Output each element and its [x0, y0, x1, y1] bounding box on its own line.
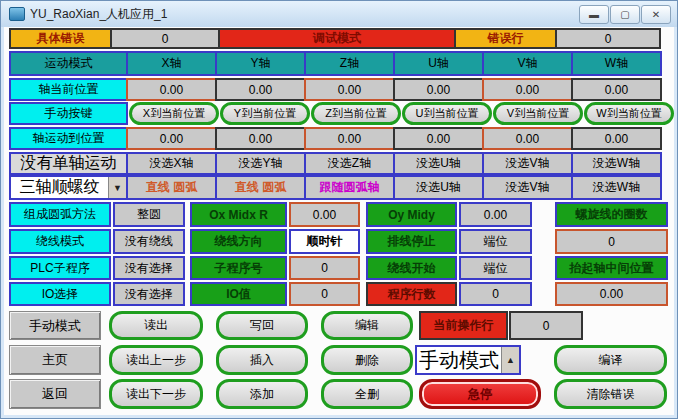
clear-error-button[interactable]: 清除错误 — [554, 379, 667, 409]
action-row-1: 手动模式 读出 写回 编辑 当前操作行 0 — [9, 311, 583, 340]
status-row: 具体错误 0 调试模式 错误行 0 — [9, 28, 661, 49]
goto-current-v-button[interactable]: V到当前位置 — [493, 102, 583, 125]
motion-mode-label: 运动模式 — [9, 51, 128, 76]
move-to-u[interactable]: 0.00 — [393, 127, 484, 150]
compile-button[interactable]: 编译 — [554, 345, 667, 375]
chevron-up-icon[interactable]: ▲ — [501, 347, 519, 373]
lift-axis-mid-label: 抬起轴中间位置 — [555, 256, 668, 280]
axis-header-row: 运动模式 X轴 Y轴 Z轴 U轴 V轴 W轴 — [9, 51, 662, 76]
plc-subroutine-value[interactable]: 没有选择 — [113, 256, 185, 280]
axis-header-x: X轴 — [126, 51, 217, 76]
current-pos-w: 0.00 — [571, 78, 662, 101]
manual-keys-label: 手动按键 — [9, 102, 128, 125]
winding-start-value[interactable]: 端位 — [459, 256, 532, 280]
delete-all-button[interactable]: 全删 — [321, 379, 413, 409]
single-axis-w[interactable]: 没选W轴 — [571, 152, 662, 175]
thread-mode-row: 三轴顺螺纹 ▼ 直线 圆弧 直线 圆弧 跟随圆弧轴 没选U轴 没选V轴 没选W轴 — [9, 175, 662, 200]
goto-current-w-button[interactable]: W到当前位置 — [584, 102, 674, 125]
traverse-stop-value[interactable]: 端位 — [459, 229, 532, 254]
goto-current-z-button[interactable]: Z到当前位置 — [311, 102, 401, 125]
ox-midx-r-value[interactable]: 0.00 — [289, 202, 360, 227]
action-row-3: 返回 读出下一步 添加 全删 急停 清除错误 — [9, 379, 667, 409]
debug-mode-banner: 调试模式 — [218, 28, 456, 49]
write-back-button[interactable]: 写回 — [216, 311, 308, 340]
operation-mode-selected: 手动模式 — [417, 347, 501, 374]
axis-header-z: Z轴 — [304, 51, 395, 76]
axis-header-w: W轴 — [571, 51, 662, 76]
insert-button[interactable]: 插入 — [216, 345, 308, 375]
io-select-value[interactable]: 没有选择 — [113, 282, 185, 306]
read-prev-button[interactable]: 读出上一步 — [109, 345, 203, 375]
winding-direction-value[interactable]: 顺时针 — [289, 229, 360, 254]
single-axis-u[interactable]: 没选U轴 — [393, 152, 484, 175]
move-to-v[interactable]: 0.00 — [482, 127, 573, 150]
spiral-turns-label: 螺旋线的圈数 — [555, 202, 668, 227]
move-to-y[interactable]: 0.00 — [215, 127, 306, 150]
window-title: YU_RaoXian_人机应用_1 — [30, 6, 167, 23]
single-axis-v[interactable]: 没选V轴 — [482, 152, 573, 175]
current-position-row: 轴当前位置 0.00 0.00 0.00 0.00 0.00 0.00 — [9, 78, 662, 101]
plc-row: PLC子程序 没有选择 子程序号 0 绕线开始 端位 抬起轴中间位置 — [9, 256, 668, 280]
maximize-icon[interactable]: ▢ — [610, 5, 640, 24]
error-line-value: 0 — [555, 28, 661, 49]
error-detail-value: 0 — [110, 28, 220, 49]
read-button[interactable]: 读出 — [109, 311, 203, 340]
manual-mode-button[interactable]: 手动模式 — [9, 311, 101, 340]
current-pos-v: 0.00 — [482, 78, 573, 101]
current-op-line-value: 0 — [509, 311, 583, 340]
subroutine-number-value[interactable]: 0 — [289, 256, 360, 280]
emergency-stop-button[interactable]: 急停 — [419, 379, 541, 409]
single-axis-x[interactable]: 没选X轴 — [126, 152, 217, 175]
chevron-down-icon[interactable]: ▼ — [108, 177, 126, 198]
plc-subroutine-label: PLC子程序 — [9, 256, 111, 280]
minimize-icon[interactable]: ▬ — [579, 5, 609, 24]
current-pos-x: 0.00 — [126, 78, 217, 101]
traverse-stop-label: 排线停止 — [366, 229, 457, 254]
action-row-2: 主页 读出上一步 插入 删除 手动模式 ▲ 编译 — [9, 345, 667, 375]
axis-mode-v[interactable]: 没选V轴 — [482, 175, 573, 200]
io-value[interactable]: 0 — [289, 282, 360, 306]
winding-direction-label: 绕线方向 — [190, 229, 287, 254]
read-next-button[interactable]: 读出下一步 — [109, 379, 203, 409]
current-pos-y: 0.00 — [215, 78, 306, 101]
goto-current-x-button[interactable]: X到当前位置 — [129, 102, 219, 125]
axis-header-u: U轴 — [393, 51, 484, 76]
axis-mode-z[interactable]: 跟随圆弧轴 — [304, 175, 395, 200]
single-axis-z[interactable]: 没选Z轴 — [304, 152, 395, 175]
goto-current-u-button[interactable]: U到当前位置 — [402, 102, 492, 125]
delete-button[interactable]: 删除 — [321, 345, 413, 375]
goto-current-y-button[interactable]: Y到当前位置 — [220, 102, 310, 125]
axis-mode-x[interactable]: 直线 圆弧 — [126, 175, 217, 200]
spiral-turns-value[interactable]: 0 — [555, 229, 668, 254]
close-icon[interactable]: ✕ — [641, 5, 671, 24]
axis-mode-y[interactable]: 直线 圆弧 — [215, 175, 306, 200]
current-pos-z: 0.00 — [304, 78, 395, 101]
axis-header-v: V轴 — [482, 51, 573, 76]
move-to-z[interactable]: 0.00 — [304, 127, 395, 150]
thread-mode-select[interactable]: 三轴顺螺纹 ▼ — [9, 175, 128, 200]
arc-method-label: 组成圆弧方法 — [9, 202, 111, 227]
program-lines-value[interactable]: 0 — [459, 282, 532, 306]
home-button[interactable]: 主页 — [9, 345, 101, 375]
oy-midy-value[interactable]: 0.00 — [459, 202, 532, 227]
program-lines-label: 程序行数 — [366, 282, 457, 306]
thread-mode-selected: 三轴顺螺纹 — [11, 177, 108, 198]
move-to-x[interactable]: 0.00 — [126, 127, 217, 150]
title-bar: YU_RaoXian_人机应用_1 ▬ ▢ ✕ — [1, 1, 677, 27]
back-button[interactable]: 返回 — [9, 379, 101, 409]
single-axis-label: 没有单轴运动 — [9, 152, 128, 175]
edit-button[interactable]: 编辑 — [321, 311, 413, 340]
axis-mode-u[interactable]: 没选U轴 — [393, 175, 484, 200]
operation-mode-select[interactable]: 手动模式 ▲ — [415, 345, 521, 375]
add-button[interactable]: 添加 — [216, 379, 308, 409]
winding-start-label: 绕线开始 — [366, 256, 457, 280]
arc-method-value[interactable]: 整圆 — [113, 202, 185, 227]
app-window: YU_RaoXian_人机应用_1 ▬ ▢ ✕ 具体错误 0 调试模式 错误行 … — [0, 0, 678, 419]
axis-mode-w[interactable]: 没选W轴 — [571, 175, 662, 200]
arc-method-row: 组成圆弧方法 整圆 Ox Midx R 0.00 Oy Midy 0.00 螺旋… — [9, 202, 668, 227]
winding-mode-value[interactable]: 没有绕线 — [113, 229, 185, 254]
single-axis-y[interactable]: 没选Y轴 — [215, 152, 306, 175]
lift-axis-mid-value[interactable]: 0.00 — [555, 282, 668, 306]
subroutine-number-label: 子程序号 — [190, 256, 287, 280]
move-to-w[interactable]: 0.00 — [571, 127, 662, 150]
